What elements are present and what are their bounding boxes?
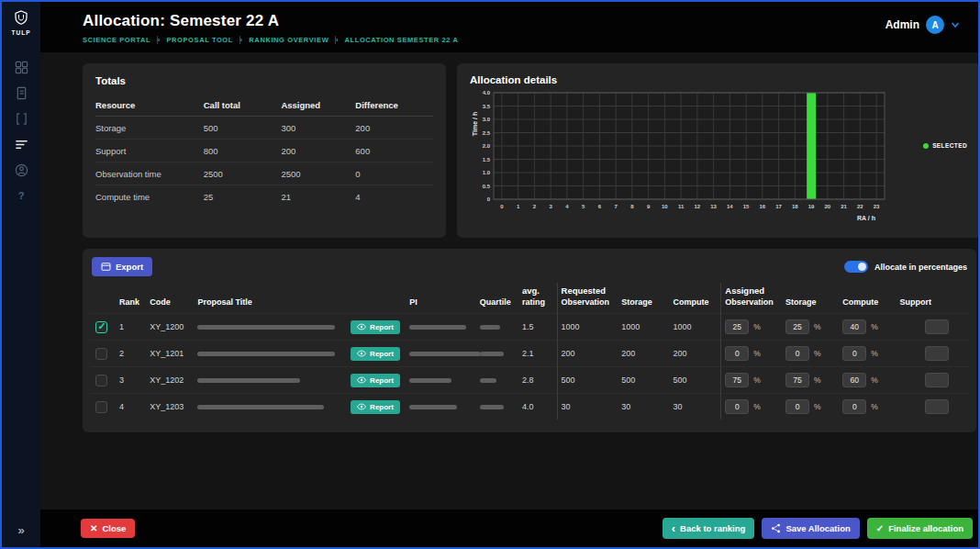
code-cell: XY_1201 bbox=[146, 341, 194, 367]
assigned-compute-input[interactable] bbox=[842, 319, 866, 334]
quartile-redacted bbox=[480, 405, 504, 409]
support-input[interactable] bbox=[925, 399, 949, 414]
export-button[interactable]: Export bbox=[92, 257, 152, 276]
requested-compute-cell: 500 bbox=[670, 367, 721, 394]
row-select-checkbox[interactable] bbox=[95, 375, 107, 387]
dashboard-icon bbox=[15, 61, 28, 74]
user-menu[interactable]: Admin A bbox=[885, 15, 960, 35]
assigned-storage-input[interactable] bbox=[785, 346, 809, 361]
proposal-title-redacted bbox=[197, 352, 335, 356]
content-area: Totals Resource Call total Assigned Diff… bbox=[40, 52, 978, 510]
quartile-redacted bbox=[480, 378, 496, 383]
breadcrumb-separator: › bbox=[157, 36, 161, 44]
save-allocation-button[interactable]: Save Allocation bbox=[762, 518, 859, 539]
table-row: 2 XY_1201 Report 2.1 200 bbox=[90, 341, 969, 367]
breadcrumb-ranking-overview[interactable]: RANKING OVERVIEW bbox=[249, 36, 329, 44]
totals-cell: 0 bbox=[355, 162, 433, 185]
breadcrumb: SCIENCE PORTAL › PROPOSAL TOOL › RANKING… bbox=[83, 36, 459, 44]
sidebar-item-ranking-overview[interactable] bbox=[11, 137, 31, 151]
report-button[interactable]: Report bbox=[351, 347, 400, 361]
report-label: Report bbox=[370, 323, 394, 331]
eye-icon bbox=[357, 350, 366, 357]
allocation-details-card: Allocation details 4.03.53.02.52.01.51.0… bbox=[457, 63, 978, 238]
requested-compute-cell: 1000 bbox=[670, 314, 721, 341]
finalize-allocation-button[interactable]: ✓ Finalize allocation bbox=[867, 518, 973, 539]
allocation-chart: 4.03.53.02.52.01.51.00.50012345678910111… bbox=[470, 87, 898, 227]
chevron-left-icon: ‹ bbox=[672, 522, 675, 534]
rating-cell: 4.0 bbox=[518, 394, 557, 420]
row-select-checkbox[interactable] bbox=[95, 401, 107, 413]
report-label: Report bbox=[370, 376, 394, 385]
group-header-assigned: Assigned bbox=[721, 283, 896, 296]
totals-cell: 25 bbox=[204, 185, 282, 208]
assigned-storage-input[interactable] bbox=[785, 319, 809, 334]
pi-redacted bbox=[409, 405, 457, 409]
svg-text:5: 5 bbox=[582, 204, 585, 209]
support-input[interactable] bbox=[925, 373, 949, 387]
row-select-checkbox[interactable] bbox=[95, 321, 107, 333]
svg-text:15: 15 bbox=[743, 204, 750, 209]
percent-sign: % bbox=[871, 349, 878, 358]
totals-cell: Support bbox=[95, 140, 204, 162]
table-row: 3 XY_1202 Report 2.8 500 bbox=[90, 367, 969, 394]
assigned-compute-input[interactable] bbox=[842, 346, 866, 361]
svg-text:RA / h: RA / h bbox=[857, 215, 875, 221]
sidebar-item-dashboard[interactable] bbox=[11, 60, 31, 74]
sidebar: TULP bbox=[2, 2, 40, 547]
percent-sign: % bbox=[814, 402, 821, 411]
sidebar-item-proposal-tool[interactable] bbox=[11, 111, 31, 126]
toggle-label: Allocate in percentages bbox=[874, 263, 967, 272]
percent-sign: % bbox=[753, 322, 761, 331]
support-input[interactable] bbox=[925, 319, 949, 334]
assigned-observation-input[interactable] bbox=[725, 373, 749, 387]
proposal-title-redacted bbox=[197, 378, 300, 383]
report-button[interactable]: Report bbox=[351, 374, 400, 387]
breadcrumb-current-page: ALLOCATION SEMESTER 22 A bbox=[345, 36, 459, 44]
percent-sign: % bbox=[753, 375, 761, 385]
app-logo[interactable]: TULP bbox=[12, 10, 31, 36]
sidebar-item-account[interactable] bbox=[11, 162, 31, 177]
sidebar-item-help[interactable]: ? bbox=[11, 188, 31, 203]
svg-text:1.5: 1.5 bbox=[483, 157, 491, 162]
back-to-ranking-button[interactable]: ‹ Back to ranking bbox=[663, 518, 755, 539]
allocate-percentages-toggle[interactable] bbox=[844, 261, 868, 273]
page-title: Allocation: Semester 22 A bbox=[83, 12, 459, 30]
totals-col-call-total: Call total bbox=[204, 95, 282, 117]
assigned-compute-input[interactable] bbox=[842, 399, 866, 414]
sidebar-item-documents[interactable] bbox=[11, 85, 31, 100]
report-button[interactable]: Report bbox=[351, 400, 400, 414]
table-row: 4 XY_1203 Report 4.0 30 bbox=[90, 394, 969, 420]
svg-text:9: 9 bbox=[647, 204, 651, 209]
code-cell: XY_1200 bbox=[146, 314, 194, 341]
share-icon bbox=[771, 523, 781, 533]
rating-cell: 2.1 bbox=[518, 341, 557, 367]
col-assigned-compute: Compute bbox=[839, 296, 896, 314]
tulp-shield-icon bbox=[14, 10, 28, 25]
report-button[interactable]: Report bbox=[351, 320, 400, 334]
close-button[interactable]: ✕ Close bbox=[81, 519, 135, 538]
totals-cell: 4 bbox=[355, 185, 433, 208]
breadcrumb-science-portal[interactable]: SCIENCE PORTAL bbox=[83, 36, 150, 44]
assigned-observation-input[interactable] bbox=[725, 346, 749, 361]
allocation-table-card: Export Allocate in percentages bbox=[83, 249, 976, 432]
support-input[interactable] bbox=[925, 346, 949, 361]
user-name: Admin bbox=[885, 18, 919, 31]
assigned-storage-input[interactable] bbox=[785, 399, 809, 414]
col-code: Code bbox=[146, 296, 194, 314]
rating-cell: 2.8 bbox=[518, 367, 557, 394]
assigned-storage-input[interactable] bbox=[785, 373, 809, 387]
totals-cell: 500 bbox=[204, 117, 282, 140]
quartile-redacted bbox=[480, 352, 504, 356]
toggle-wrap: Allocate in percentages bbox=[844, 261, 967, 273]
svg-text:4: 4 bbox=[565, 204, 569, 209]
assigned-observation-input[interactable] bbox=[725, 319, 749, 334]
sidebar-expand-button[interactable]: » bbox=[17, 523, 24, 537]
requested-storage-cell: 1000 bbox=[618, 314, 669, 341]
assigned-compute-input[interactable] bbox=[842, 373, 866, 387]
group-header-requested: Requested bbox=[557, 283, 721, 296]
totals-cell: Storage bbox=[95, 117, 204, 140]
breadcrumb-proposal-tool[interactable]: PROPOSAL TOOL bbox=[166, 36, 232, 44]
totals-row: Compute time 25 21 4 bbox=[95, 185, 433, 208]
assigned-observation-input[interactable] bbox=[725, 399, 749, 414]
row-select-checkbox[interactable] bbox=[95, 348, 107, 360]
